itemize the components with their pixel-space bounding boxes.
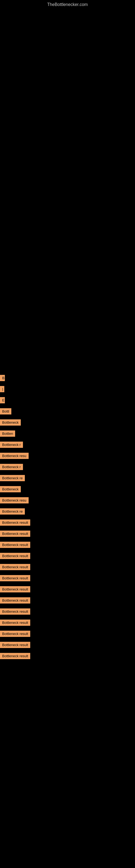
result-badge[interactable]: | (0, 386, 4, 392)
result-badge[interactable]: E (0, 397, 5, 403)
result-badge[interactable]: Bottl (0, 408, 11, 414)
list-item: Bottleneck re (0, 474, 135, 483)
list-item: Bottleneck (0, 486, 135, 494)
list-item: Bottleneck result (0, 597, 135, 605)
result-badge[interactable]: Bottleneck result (0, 531, 30, 537)
list-item: Bottleneck result (0, 652, 135, 661)
list-item: Bottleneck result (0, 619, 135, 627)
result-badge[interactable]: Bottleneck result (0, 575, 30, 581)
result-badge[interactable]: Bottleneck result (0, 597, 30, 603)
result-badge[interactable]: B (0, 375, 5, 381)
result-badge[interactable]: Bottleneck re (0, 475, 25, 481)
result-badge[interactable]: Bottleneck re (0, 508, 25, 515)
result-badge[interactable]: Bottleneck result (0, 520, 30, 526)
list-item: B (0, 374, 135, 383)
list-item: Bottleneck result (0, 608, 135, 616)
list-item: Bottleneck result (0, 586, 135, 594)
results-container: B|EBottlBottleneckBottlenBottleneck rBot… (0, 374, 135, 663)
result-badge[interactable]: Bottleneck result (0, 620, 30, 626)
list-item: Bottleneck r (0, 463, 135, 472)
result-badge[interactable]: Bottleneck result (0, 653, 30, 659)
result-badge[interactable]: Bottleneck r (0, 442, 23, 448)
list-item: Bottlen (0, 430, 135, 438)
list-item: Bottleneck r (0, 441, 135, 450)
list-item: Bottleneck result (0, 519, 135, 527)
list-item: Bottleneck resu (0, 497, 135, 505)
list-item: Bottleneck result (0, 552, 135, 561)
list-item: Bottleneck result (0, 541, 135, 550)
list-item: Bottleneck (0, 419, 135, 427)
site-title: TheBottlenecker.com (0, 0, 135, 8)
list-item: Bottleneck result (0, 563, 135, 572)
result-badge[interactable]: Bottleneck resu (0, 453, 29, 459)
list-item: Bottleneck result (0, 530, 135, 538)
result-badge[interactable]: Bottleneck r (0, 464, 23, 470)
list-item: Bottleneck result (0, 575, 135, 583)
list-item: Bottl (0, 408, 135, 416)
result-badge[interactable]: Bottleneck result (0, 542, 30, 548)
list-item: | (0, 385, 135, 394)
result-badge[interactable]: Bottleneck (0, 486, 21, 492)
result-badge[interactable]: Bottleneck result (0, 586, 30, 592)
result-badge[interactable]: Bottleneck result (0, 631, 30, 637)
result-badge[interactable]: Bottleneck result (0, 642, 30, 648)
list-item: Bottleneck resu (0, 452, 135, 461)
result-badge[interactable]: Bottleneck (0, 420, 21, 426)
list-item: Bottleneck result (0, 641, 135, 650)
result-badge[interactable]: Bottlen (0, 431, 15, 437)
result-badge[interactable]: Bottleneck resu (0, 497, 29, 503)
list-item: Bottleneck re (0, 508, 135, 516)
result-badge[interactable]: Bottleneck result (0, 609, 30, 615)
list-item: Bottleneck result (0, 630, 135, 639)
result-badge[interactable]: Bottleneck result (0, 553, 30, 559)
list-item: E (0, 397, 135, 405)
result-badge[interactable]: Bottleneck result (0, 564, 30, 570)
